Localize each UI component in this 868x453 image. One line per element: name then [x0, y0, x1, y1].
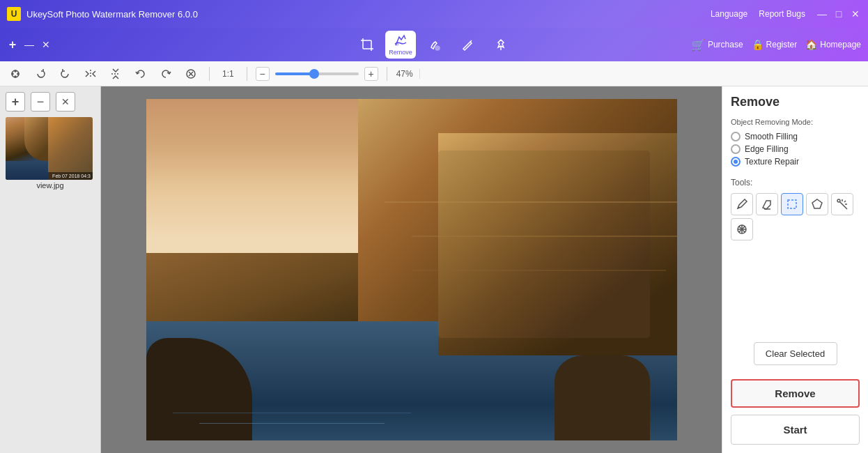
- main-image: [146, 99, 677, 440]
- radio-texture-label: Texture Repair: [745, 157, 799, 167]
- maximize-button[interactable]: □: [833, 8, 844, 20]
- redo-icon[interactable]: [156, 64, 176, 84]
- action-separator3: [387, 67, 387, 81]
- move-tool-icon[interactable]: [6, 64, 25, 84]
- radio-edge[interactable]: Edge Filling: [731, 144, 860, 154]
- thumbnail-date: Feb 07 2018 04:3: [48, 172, 93, 180]
- foreground-rock-right: [555, 355, 650, 441]
- svg-point-6: [435, 46, 440, 50]
- flip-v-icon[interactable]: [106, 64, 125, 84]
- mode-label: Object Removing Mode:: [731, 118, 860, 126]
- brush-tool-button[interactable]: [452, 31, 483, 59]
- radio-smooth[interactable]: Smooth Filling: [731, 132, 860, 141]
- tools-row: [731, 193, 860, 240]
- action-separator2: [247, 67, 247, 81]
- right-panel: Remove Object Removing Mode: Smooth Fill…: [722, 86, 868, 453]
- pin-tool-button[interactable]: [486, 31, 516, 59]
- action-bar: 1:1 − + 47%: [0, 61, 868, 86]
- report-bugs-link[interactable]: Report Bugs: [759, 9, 805, 19]
- rect-select-button[interactable]: [781, 193, 803, 215]
- svg-rect-21: [788, 200, 796, 208]
- panel-title: Remove: [731, 95, 860, 109]
- win-minimize-button[interactable]: —: [24, 39, 35, 50]
- magic-wand-button[interactable]: [831, 193, 853, 215]
- thumbnail-filename: view.jpg: [6, 181, 95, 190]
- flip-h-icon[interactable]: [81, 64, 100, 84]
- language-link[interactable]: Language: [711, 9, 747, 19]
- crop-tool-button[interactable]: [352, 31, 382, 59]
- svg-point-11: [17, 73, 19, 75]
- svg-point-5: [396, 43, 398, 45]
- main-toolbar: + — ✕ Remove: [0, 28, 868, 61]
- tools-section-label: Tools:: [731, 178, 860, 187]
- titlebar: U UkeySoft Photo Watermark Remover 6.0.0…: [0, 0, 868, 28]
- app-title: UkeySoft Photo Watermark Remover 6.0.0: [26, 9, 198, 20]
- svg-point-13: [15, 76, 16, 77]
- win-close-button[interactable]: ✕: [40, 39, 52, 50]
- fill-tool-button[interactable]: [419, 31, 449, 59]
- purchase-label: Purchase: [708, 40, 743, 49]
- app-icon: U: [7, 7, 21, 21]
- remove-file-button[interactable]: −: [31, 92, 50, 112]
- main-area: + − ✕ Feb 07 2018 04:3 view.jpg: [0, 86, 868, 453]
- zoom-percent-label: 47%: [396, 69, 420, 79]
- radio-smooth-circle: [731, 132, 741, 141]
- radio-texture[interactable]: Texture Repair: [731, 157, 860, 167]
- rotate-ccw-icon[interactable]: [56, 64, 75, 84]
- svg-line-7: [470, 40, 472, 42]
- eraser-tool-button[interactable]: [756, 193, 778, 215]
- canvas-area[interactable]: [101, 86, 722, 453]
- header-actions: Language Report Bugs — □ ✕: [711, 8, 861, 20]
- zoom-slider[interactable]: [275, 72, 359, 75]
- svg-point-12: [15, 70, 16, 72]
- svg-line-24: [844, 201, 846, 202]
- action-separator: [209, 67, 210, 81]
- purchase-link[interactable]: 🛒 Purchase: [691, 38, 743, 52]
- rotate-cw-icon[interactable]: [31, 64, 50, 84]
- register-link[interactable]: 🔒 Register: [752, 39, 798, 50]
- remove-tool-button[interactable]: Remove: [385, 31, 416, 59]
- register-label: Register: [766, 40, 798, 49]
- polygon-select-button[interactable]: [806, 193, 828, 215]
- radio-edge-circle: [731, 144, 741, 154]
- radio-smooth-label: Smooth Filling: [745, 132, 798, 141]
- start-button[interactable]: Start: [731, 415, 860, 445]
- remove-button[interactable]: Remove: [731, 379, 860, 408]
- svg-point-26: [837, 199, 840, 202]
- add-button[interactable]: +: [7, 39, 18, 50]
- homepage-label: Homepage: [820, 40, 861, 49]
- add-btn-row: + − ✕: [6, 92, 95, 112]
- clear-selected-button[interactable]: Clear Selected: [754, 342, 837, 365]
- cancel-icon[interactable]: [181, 64, 201, 84]
- homepage-link[interactable]: 🏠 Homepage: [805, 39, 861, 50]
- thumbnail-item[interactable]: Feb 07 2018 04:3 view.jpg: [6, 117, 95, 190]
- close-button[interactable]: ✕: [850, 8, 861, 20]
- pencil-tool-button[interactable]: [731, 193, 753, 215]
- left-panel: + − ✕ Feb 07 2018 04:3 view.jpg: [0, 86, 101, 453]
- zoom-plus-button[interactable]: +: [364, 67, 378, 81]
- radio-group-modes: Smooth Filling Edge Filling Texture Repa…: [731, 132, 860, 167]
- thumbnail-image: Feb 07 2018 04:3: [6, 117, 93, 180]
- svg-marker-22: [812, 199, 822, 208]
- zoom-minus-button[interactable]: −: [256, 67, 270, 81]
- close-file-button[interactable]: ✕: [56, 92, 75, 112]
- svg-rect-0: [363, 40, 371, 49]
- titlebar-left: U UkeySoft Photo Watermark Remover 6.0.0: [7, 7, 198, 21]
- add-file-button[interactable]: +: [6, 92, 25, 112]
- star-tool-button[interactable]: [731, 218, 753, 240]
- radio-edge-label: Edge Filling: [745, 144, 789, 154]
- undo-icon[interactable]: [131, 64, 150, 84]
- minimize-button[interactable]: —: [816, 8, 828, 20]
- window-buttons: — □ ✕: [816, 8, 861, 20]
- zoom-1to1-label[interactable]: 1:1: [222, 69, 234, 79]
- svg-point-10: [12, 73, 13, 75]
- radio-texture-circle: [731, 157, 741, 167]
- remove-tool-label: Remove: [389, 49, 412, 56]
